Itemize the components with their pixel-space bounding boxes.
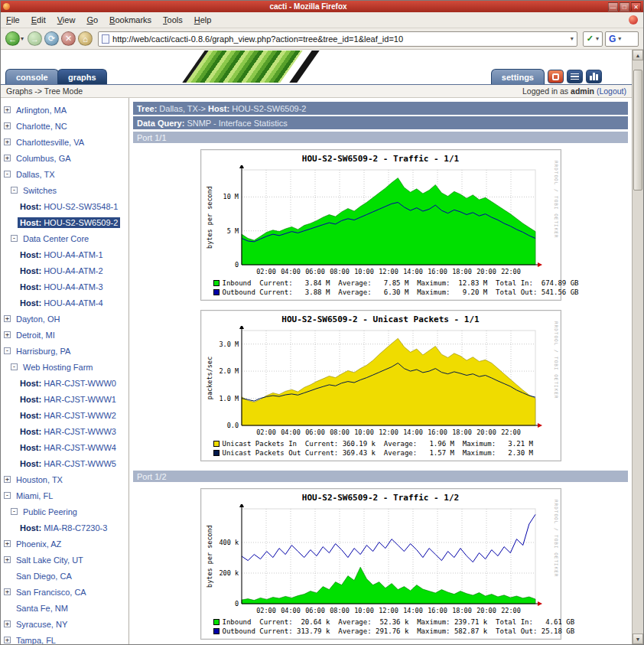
host-link[interactable]: HOU-A4-ATM-4	[44, 298, 102, 308]
view-mode-list-button[interactable]	[567, 70, 583, 83]
tree-branch-item[interactable]: +Charlotte, NC	[1, 118, 128, 134]
tree-branch-item[interactable]: -Public Peering	[1, 503, 128, 520]
tab-console[interactable]: console	[5, 69, 59, 84]
tree-branch-item[interactable]: +Salt Lake City, UT	[1, 552, 128, 568]
host-link[interactable]: MIA-R8-C7230-3	[44, 523, 107, 533]
expand-icon[interactable]: +	[4, 556, 11, 563]
forward-button[interactable]: →	[28, 31, 42, 46]
tree-node-link[interactable]: Switches	[23, 186, 57, 195]
tree-node-link[interactable]: Santa Fe, NM	[16, 604, 68, 613]
scrollbar-track[interactable]	[633, 60, 643, 634]
back-button[interactable]: ←	[5, 31, 20, 46]
tree-branch-item[interactable]: San Diego, CA	[1, 568, 128, 584]
tree-branch-item[interactable]: +San Francisco, CA	[1, 584, 128, 600]
breadcrumb[interactable]: Graphs -> Tree Mode	[6, 86, 83, 96]
minimize-button[interactable]: —	[608, 2, 618, 11]
maximize-button[interactable]: □	[620, 2, 629, 11]
tree-node-link[interactable]: Dayton, OH	[16, 314, 60, 324]
tree-node-link[interactable]: Detroit, MI	[16, 331, 55, 340]
tab-settings[interactable]: settings	[491, 69, 545, 84]
host-link[interactable]: HAR-CJST-WWW1	[44, 395, 116, 404]
reload-button[interactable]: ⟳	[44, 31, 59, 46]
rrd-graph-image[interactable]: 0.01.0 M2.0 M3.0 M02:0004:0006:0008:0010…	[203, 326, 558, 439]
host-link[interactable]: HOU-A4-ATM-3	[44, 282, 102, 292]
tree-node-link[interactable]: Houston, TX	[16, 475, 63, 484]
collapse-icon[interactable]: -	[4, 347, 11, 354]
tree-node-link[interactable]: Data Center Core	[23, 234, 89, 243]
stop-button[interactable]: ✕	[61, 31, 76, 46]
tree-branch-item[interactable]: +Tampa, FL	[1, 632, 128, 644]
host-link[interactable]: HOU-S2-SW6509-2	[44, 218, 118, 227]
url-bar[interactable]: http://web/cacti/cacti-0.8.6/graph_view.…	[98, 31, 577, 47]
vertical-scrollbar[interactable]: ▲ ▼	[632, 50, 643, 644]
scroll-up-icon[interactable]: ▲	[633, 50, 643, 60]
host-link[interactable]: HOU-A4-ATM-2	[44, 266, 102, 275]
tree-branch-item[interactable]: +Columbus, GA	[1, 150, 128, 166]
tree-branch-item[interactable]: +Phoenix, AZ	[1, 536, 128, 552]
go-button[interactable]: ✓ ▾	[583, 31, 603, 47]
tree-node-link[interactable]: Salt Lake City, UT	[16, 555, 83, 565]
tree-branch-item[interactable]: -Data Center Core	[1, 230, 128, 246]
url-text[interactable]: http://web/cacti/cacti-0.8.6/graph_view.…	[112, 34, 568, 44]
tree-branch-item[interactable]: +Houston, TX	[1, 471, 128, 487]
graph-panel[interactable]: HOU-S2-SW6509-2 - Traffic - 1/1RRDTOOL /…	[200, 149, 561, 301]
tree-host-item[interactable]: Host: HAR-CJST-WWW2	[1, 407, 128, 423]
host-link[interactable]: HAR-CJST-WWW3	[44, 427, 116, 436]
expand-icon[interactable]: +	[4, 588, 11, 595]
collapse-icon[interactable]: -	[11, 187, 18, 194]
host-link[interactable]: HAR-CJST-WWW0	[44, 379, 116, 388]
host-link[interactable]: HOU-S2-SW3548-1	[44, 202, 118, 211]
tree-host-item[interactable]: Host: HAR-CJST-WWW3	[1, 423, 128, 439]
tree-node-link[interactable]: Charlottesville, VA	[16, 138, 84, 147]
tree-node-link[interactable]: Charlotte, NC	[16, 122, 67, 131]
view-mode-preview-button[interactable]	[548, 70, 564, 83]
tree-host-item[interactable]: Host: HAR-CJST-WWW4	[1, 439, 128, 455]
collapse-icon[interactable]: -	[4, 492, 11, 499]
tree-node-link[interactable]: Harrisburg, PA	[16, 347, 70, 356]
collapse-icon[interactable]: -	[11, 235, 18, 242]
collapse-icon[interactable]: -	[11, 363, 18, 370]
menu-go[interactable]: Go	[86, 15, 98, 24]
expand-icon[interactable]: +	[4, 540, 11, 547]
tree-node-link[interactable]: Miami, FL	[16, 491, 53, 500]
menu-file[interactable]: File	[6, 15, 20, 24]
tree-host-item[interactable]: Host: HAR-CJST-WWW5	[1, 455, 128, 471]
tree-node-link[interactable]: Phoenix, AZ	[16, 539, 61, 549]
rrd-graph-image[interactable]: 0200 k400 k02:0004:0006:0008:0010:0012:0…	[203, 504, 558, 617]
tree-branch-item[interactable]: +Charlottesville, VA	[1, 134, 128, 150]
tree-branch-item[interactable]: +Dayton, OH	[1, 311, 128, 327]
scrollbar-thumb[interactable]	[633, 70, 642, 191]
host-link[interactable]: HOU-A4-ATM-1	[44, 250, 102, 259]
logout-link[interactable]: (Logout)	[597, 86, 626, 96]
expand-icon[interactable]: +	[4, 138, 11, 145]
url-dropdown-icon[interactable]: ▾	[571, 35, 574, 42]
collapse-icon[interactable]: -	[4, 171, 11, 178]
tree-node-link[interactable]: San Diego, CA	[16, 572, 72, 581]
tree-node-link[interactable]: Tampa, FL	[16, 636, 56, 645]
expand-icon[interactable]: +	[4, 106, 11, 113]
menu-view[interactable]: View	[57, 15, 76, 24]
tree-node-link[interactable]: Public Peering	[23, 507, 77, 516]
tree-host-item[interactable]: Host: HOU-A4-ATM-4	[1, 295, 128, 311]
tree-host-item[interactable]: Host: HOU-A4-ATM-3	[1, 279, 128, 295]
tree-branch-item[interactable]: -Miami, FL	[1, 487, 128, 503]
back-dropdown-icon[interactable]: ▾	[21, 35, 24, 42]
tree-branch-item[interactable]: -Web Hosting Farm	[1, 359, 128, 375]
tree-branch-item[interactable]: +Arlington, MA	[1, 102, 128, 118]
graph-panel[interactable]: HOU-S2-SW6509-2 - Unicast Packets - 1/1R…	[200, 310, 561, 461]
host-link[interactable]: HAR-CJST-WWW4	[44, 443, 116, 452]
expand-icon[interactable]: +	[4, 155, 11, 161]
host-link[interactable]: HAR-CJST-WWW5	[44, 459, 116, 468]
tree-host-item[interactable]: Host: HOU-S2-SW6509-2	[1, 214, 128, 230]
expand-icon[interactable]: +	[4, 315, 11, 322]
tree-branch-item[interactable]: +Syracuse, NY	[1, 616, 128, 632]
host-link[interactable]: HAR-CJST-WWW2	[44, 411, 116, 420]
expand-icon[interactable]: +	[4, 476, 11, 483]
tree-node-link[interactable]: Arlington, MA	[16, 106, 67, 115]
tree-node-link[interactable]: Syracuse, NY	[16, 620, 67, 629]
tree-node-link[interactable]: San Francisco, CA	[16, 588, 86, 597]
tree-branch-item[interactable]: Santa Fe, NM	[1, 600, 128, 616]
home-button[interactable]: ⌂	[78, 31, 93, 46]
tree-host-item[interactable]: Host: HOU-A4-ATM-2	[1, 262, 128, 279]
tree-branch-item[interactable]: -Switches	[1, 182, 128, 198]
